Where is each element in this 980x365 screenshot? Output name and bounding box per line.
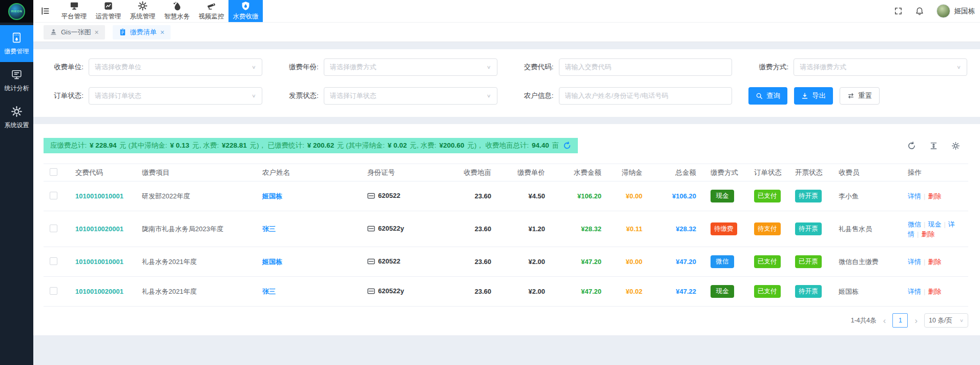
summary-label: 元 (其中滞纳金: xyxy=(118,141,170,149)
menu-item-system[interactable]: 系统管理 xyxy=(126,0,160,22)
prev-page-icon[interactable]: ‹ xyxy=(882,316,887,325)
table-row: 1010010020001 陇南市礼县水务局2023年度 张三 620522y … xyxy=(44,211,968,247)
refresh-icon[interactable] xyxy=(907,141,916,150)
delete-link[interactable]: 删除 xyxy=(928,258,941,266)
table-row: 1010010010001 礼县水务2021年度 姬国栋 620522 23.6… xyxy=(44,247,968,277)
sidebar-item-settings[interactable]: 系统设置 xyxy=(0,99,33,136)
action-separator: | xyxy=(924,192,925,200)
select-placeholder: 请选择收费单位 xyxy=(95,63,141,72)
chevron-down-icon: ∨ xyxy=(252,93,256,99)
detail-link[interactable]: 详情 xyxy=(908,288,921,295)
row-checkbox[interactable] xyxy=(50,192,57,199)
clipboard-icon xyxy=(119,28,127,36)
close-icon[interactable]: × xyxy=(95,29,99,36)
unit-price-value: ¥2.00 xyxy=(499,277,553,307)
filter-pay-code: 交费代码: 请输入交费代码 xyxy=(514,58,733,76)
detail-link[interactable]: 详情 xyxy=(908,258,921,266)
next-page-icon[interactable]: › xyxy=(913,316,919,325)
id-card-icon xyxy=(367,193,375,199)
reset-button[interactable]: 重置 xyxy=(840,87,880,105)
menu-item-operations[interactable]: 运营管理 xyxy=(91,0,126,22)
delete-link[interactable]: 删除 xyxy=(928,288,941,295)
summary-text: 应缴费总计: ¥ 228.94 元 (其中滞纳金: ¥ 0.13 元, 水费: … xyxy=(50,141,559,150)
menu-item-water-fee[interactable]: 水费收缴 xyxy=(228,0,263,22)
col-header-collector: 收费员 xyxy=(832,164,902,181)
row-checkbox[interactable] xyxy=(50,225,57,232)
pay-code-input[interactable]: 请输入交费代码 xyxy=(559,58,733,76)
farmer-info-input[interactable]: 请输入农户姓名/身份证号/电话号码 xyxy=(559,87,733,105)
menu-label: 水费收缴 xyxy=(233,12,259,21)
tab-payment-list[interactable]: 缴费清单 × xyxy=(113,25,171,39)
order-status-badge: 已支付 xyxy=(754,190,781,202)
detail-link[interactable]: 详情 xyxy=(908,192,921,200)
menu-label: 平台管理 xyxy=(61,12,87,21)
select-all-checkbox[interactable] xyxy=(50,168,57,176)
delete-link[interactable]: 删除 xyxy=(921,230,934,238)
row-height-icon[interactable] xyxy=(929,141,938,150)
pay-code-link[interactable]: 1010010010001 xyxy=(75,258,123,266)
pay-method-select[interactable]: 请选择缴费方式 ∨ xyxy=(794,58,967,76)
search-icon xyxy=(756,92,763,99)
chevron-down-icon: ∨ xyxy=(487,93,491,99)
bell-icon[interactable] xyxy=(915,7,924,16)
farmer-link[interactable]: 姬国栋 xyxy=(262,192,282,200)
order-status-badge: 待支付 xyxy=(754,222,781,235)
farmer-link[interactable]: 张三 xyxy=(262,225,276,233)
refresh-circle-icon[interactable] xyxy=(563,141,571,150)
swap-icon xyxy=(847,92,854,99)
pay-code-link[interactable]: 1010010020001 xyxy=(75,225,123,233)
avatar[interactable] xyxy=(936,4,950,18)
sidebar-item-statistics[interactable]: 统计分析 xyxy=(0,62,33,99)
tab-gis-map[interactable]: Gis一张图 × xyxy=(44,25,105,39)
export-button[interactable]: 导出 xyxy=(794,87,833,105)
cash-pay-link[interactable]: 现金 xyxy=(928,220,941,228)
order-status-badge: 已支付 xyxy=(754,285,781,298)
summary-value: ¥ 0.02 xyxy=(387,141,408,149)
menu-collapse-icon[interactable] xyxy=(33,0,57,22)
menu-item-platform[interactable]: 平台管理 xyxy=(57,0,91,22)
fullscreen-icon[interactable] xyxy=(894,7,903,15)
pay-code-link[interactable]: 1010010010001 xyxy=(75,192,123,200)
tab-label: 缴费清单 xyxy=(130,28,157,37)
area-value: 23.60 xyxy=(453,181,499,211)
topbar-right: 姬国栋 xyxy=(894,0,980,22)
summary-label: 元, 水费: xyxy=(408,141,438,149)
col-header-id-number: 身份证号 xyxy=(361,164,453,181)
order-status-select[interactable]: 请选择订单状态 ∨ xyxy=(89,87,262,105)
invoice-status-select[interactable]: 请选择订单状态 ∨ xyxy=(324,87,497,105)
farmer-link[interactable]: 姬国栋 xyxy=(262,258,282,266)
delete-link[interactable]: 删除 xyxy=(928,192,941,200)
pay-year-select[interactable]: 请选择缴费方式 ∨ xyxy=(324,58,497,76)
farmer-link[interactable]: 张三 xyxy=(262,288,276,295)
menu-item-video[interactable]: 视频监控 xyxy=(194,0,228,22)
filter-panel: 收费单位: 请选择收费单位 ∨ 缴费年份: 请选择缴费方式 ∨ 交费代码: 请输… xyxy=(33,49,980,117)
project-name: 礼县水务2021年度 xyxy=(142,288,197,295)
user-menu[interactable]: 姬国栋 xyxy=(936,4,975,18)
col-header-invoice-status: 开票状态 xyxy=(789,164,832,181)
row-checkbox[interactable] xyxy=(50,257,57,265)
sidebar-item-label: 统计分析 xyxy=(5,84,29,93)
summary-label: 元)， 收费地亩总计: xyxy=(465,141,531,149)
close-icon[interactable]: × xyxy=(160,29,164,36)
summary-label: 元 (其中滞纳金: xyxy=(335,141,387,149)
filter-row-2: 订单状态: 请选择订单状态 ∨ 发票状态: 请选择订单状态 ∨ 农户信息: 请输… xyxy=(44,87,967,105)
search-button[interactable]: 查询 xyxy=(748,87,787,105)
chevron-down-icon: ∨ xyxy=(487,65,491,70)
wechat-pay-link[interactable]: 微信 xyxy=(908,220,921,228)
menu-item-water[interactable]: 智慧水务 xyxy=(160,0,194,22)
settings-gear-icon[interactable] xyxy=(951,141,960,150)
water-meter-icon xyxy=(11,32,23,44)
row-checkbox[interactable] xyxy=(50,287,57,295)
water-fee-value: ¥106.20 xyxy=(553,181,610,211)
charge-unit-select[interactable]: 请选择收费单位 ∨ xyxy=(89,58,262,76)
sidebar-item-payment-management[interactable]: 缴费管理 xyxy=(0,25,33,62)
current-page-button[interactable]: 1 xyxy=(892,313,908,328)
page-size-select[interactable]: 10 条/页 ∨ xyxy=(924,313,968,328)
menu-label: 系统管理 xyxy=(130,12,156,21)
sidebar-item-label: 系统设置 xyxy=(5,121,29,130)
unit-price-value: ¥4.50 xyxy=(499,181,553,211)
filter-label: 农户信息: xyxy=(514,91,559,100)
action-separator: | xyxy=(944,220,945,228)
project-name: 礼县水务2021年度 xyxy=(142,258,197,266)
pay-code-link[interactable]: 1010010020001 xyxy=(75,288,123,295)
